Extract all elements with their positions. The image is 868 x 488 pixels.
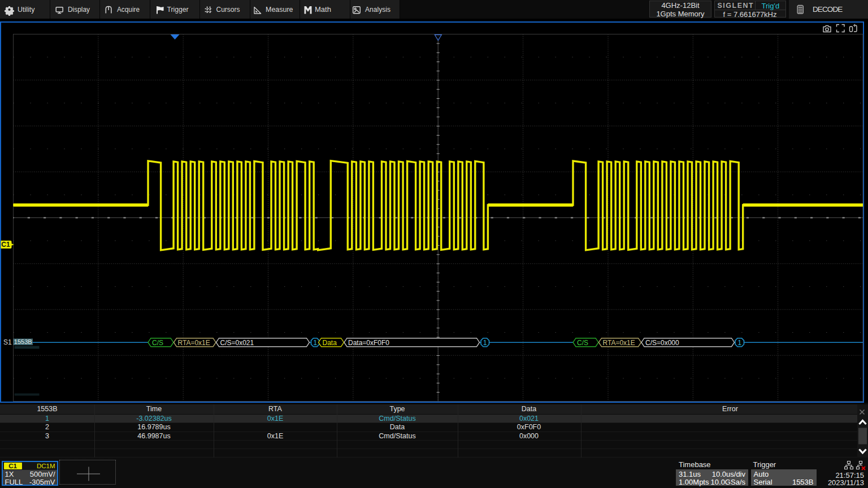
svg-text:C/S=0x000: C/S=0x000 (645, 339, 679, 347)
svg-text:C/S=0x021: C/S=0x021 (220, 339, 254, 347)
svg-text:1553B: 1553B (14, 338, 32, 345)
svg-text:Analysis: Analysis (365, 5, 390, 14)
svg-text:Measure: Measure (266, 5, 293, 14)
svg-text:C1: C1 (1, 241, 10, 249)
svg-text:Display: Display (68, 5, 90, 14)
svg-text:1: 1 (483, 339, 487, 347)
svg-text:Data=0xF0F0: Data=0xF0F0 (348, 339, 389, 347)
svg-text:1: 1 (737, 339, 741, 347)
svg-text:S1: S1 (3, 338, 12, 346)
svg-text:Utility: Utility (18, 5, 35, 14)
svg-text:Trigger: Trigger (167, 5, 189, 14)
svg-text:Acquire: Acquire (117, 5, 140, 14)
svg-text:C/S: C/S (152, 339, 163, 347)
svg-text:1: 1 (313, 339, 317, 347)
svg-text:RTA=0x1E: RTA=0x1E (178, 339, 210, 347)
svg-text:RTA=0x1E: RTA=0x1E (603, 339, 635, 347)
svg-text:Data: Data (323, 339, 337, 347)
svg-text:C/S: C/S (577, 339, 588, 347)
svg-text:Math: Math (315, 5, 331, 14)
svg-text:Cursors: Cursors (216, 5, 240, 14)
